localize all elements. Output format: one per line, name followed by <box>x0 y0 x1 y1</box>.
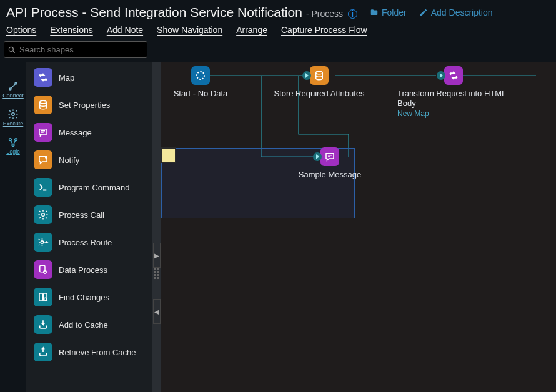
svg-point-16 <box>44 298 47 300</box>
palette-item-label: Find Changes <box>59 293 109 302</box>
menu-arrange[interactable]: Arrange <box>236 25 267 35</box>
palette-item-label: Process Route <box>59 238 112 247</box>
palette-item[interactable]: Notify <box>29 146 152 174</box>
menu-options[interactable]: Options <box>6 25 36 35</box>
drag-grip-icon[interactable] <box>154 268 160 279</box>
palette-item[interactable]: Process Call <box>29 201 152 228</box>
header: API Process - Send Integration Service N… <box>0 0 556 22</box>
palette-item-label: Retrieve From Cache <box>59 348 136 357</box>
search-wrap <box>4 41 147 58</box>
collapse-left-icon[interactable]: ◀ <box>153 299 161 324</box>
shape-palette: MapSet PropertiesMessageNotifyProgram Co… <box>26 62 152 392</box>
palette-item-label: Program Command <box>59 183 129 192</box>
palette-item-label: Process Call <box>59 210 104 220</box>
palette-item[interactable]: Program Command <box>29 174 152 201</box>
svg-point-9 <box>46 157 47 159</box>
folder-link[interactable]: Folder <box>370 7 407 17</box>
cache-out-icon <box>34 343 52 361</box>
barrel-icon <box>34 96 52 114</box>
palette-item-label: Message <box>59 128 92 137</box>
message-icon <box>320 147 339 166</box>
node-transform[interactable]: Transform Request into HTML Body New Map <box>394 66 513 118</box>
folder-icon <box>370 8 379 17</box>
tab-connect-label: Connect <box>2 92 24 99</box>
add-description-link[interactable]: Add Description <box>419 7 493 17</box>
collapse-right-icon[interactable]: ▶ <box>153 243 161 268</box>
page-subtype: - Process <box>306 9 343 19</box>
svg-point-11 <box>41 241 44 244</box>
palette-item[interactable]: Retrieve From Cache <box>29 338 152 366</box>
palette-item-label: Add to Cache <box>59 320 108 330</box>
category-tabs: Connect Execute Logic <box>0 62 26 392</box>
canvas[interactable]: Start - No Data Store Required Attribute… <box>161 62 556 392</box>
pencil-icon <box>419 8 428 17</box>
node-sample-message[interactable]: Sample Message <box>277 147 383 180</box>
gear-arrow-icon <box>34 233 52 252</box>
palette-divider[interactable]: ▶ ◀ <box>152 62 161 392</box>
palette-item-label: Notify <box>59 155 79 165</box>
execute-icon <box>7 109 19 120</box>
svg-point-4 <box>12 113 15 116</box>
search-input[interactable] <box>4 41 147 58</box>
tab-execute[interactable]: Execute <box>3 109 24 127</box>
palette-item[interactable]: Data Process <box>29 256 152 283</box>
palette-item[interactable]: Process Route <box>29 228 152 256</box>
svg-point-18 <box>316 71 323 74</box>
flow-arrow-icon <box>437 71 445 80</box>
node-transform-sublabel[interactable]: New Map <box>397 109 513 118</box>
palette-item-label: Data Process <box>59 265 107 275</box>
palette-item[interactable]: Find Changes <box>29 283 152 311</box>
node-start[interactable]: Start - No Data <box>161 66 254 99</box>
palette-item-label: Set Properties <box>59 100 110 110</box>
palette-item[interactable]: Add to Cache <box>29 311 152 338</box>
flow-arrow-icon <box>302 71 311 80</box>
menubar: Options Extensions Add Note Show Navigat… <box>0 22 556 41</box>
search-icon <box>7 46 16 54</box>
map-icon <box>444 66 463 85</box>
selection-handle[interactable] <box>161 147 176 163</box>
menu-add-note[interactable]: Add Note <box>107 25 143 35</box>
terminal-icon <box>34 178 52 197</box>
svg-point-17 <box>197 72 204 79</box>
svg-point-8 <box>40 100 47 104</box>
set-properties-icon <box>310 66 329 85</box>
notify-icon <box>34 150 52 169</box>
node-sample-message-label: Sample Message <box>299 170 361 180</box>
palette-item-label: Map <box>59 73 74 82</box>
message-icon <box>34 123 52 142</box>
flow-arrow-icon <box>313 152 322 161</box>
add-description-label: Add Description <box>431 7 493 17</box>
gear-icon <box>34 205 52 224</box>
cache-in-icon <box>34 315 52 334</box>
menu-extensions[interactable]: Extensions <box>50 25 92 35</box>
node-start-label: Start - No Data <box>174 89 228 99</box>
page-title: API Process - Send Integration Service N… <box>6 5 302 20</box>
palette-item[interactable]: Map <box>29 64 152 91</box>
doc-gear-icon <box>34 260 52 279</box>
palette-item[interactable]: Set Properties <box>29 91 152 119</box>
tab-connect[interactable]: Connect <box>2 81 24 99</box>
info-icon[interactable]: i <box>348 9 357 19</box>
palette-item[interactable]: Message <box>29 119 152 146</box>
svg-point-0 <box>9 47 13 51</box>
menu-capture-process-flow[interactable]: Capture Process Flow <box>281 25 367 35</box>
node-transform-label: Transform Request into HTML Body <box>397 89 513 109</box>
tab-logic-label: Logic <box>6 149 20 155</box>
logic-icon <box>7 137 19 148</box>
start-icon <box>191 66 210 85</box>
tab-execute-label: Execute <box>3 120 24 127</box>
svg-rect-14 <box>39 293 42 301</box>
tab-logic[interactable]: Logic <box>6 137 20 155</box>
diff-icon <box>34 288 52 306</box>
menu-show-navigation[interactable]: Show Navigation <box>157 25 222 35</box>
svg-point-10 <box>42 213 45 217</box>
connect-icon <box>7 81 19 92</box>
folder-label: Folder <box>382 7 407 17</box>
shuffle-icon <box>34 68 52 87</box>
node-store-label: Store Required Attributes <box>274 89 364 99</box>
svg-line-1 <box>12 51 14 52</box>
node-store[interactable]: Store Required Attributes <box>266 66 372 99</box>
